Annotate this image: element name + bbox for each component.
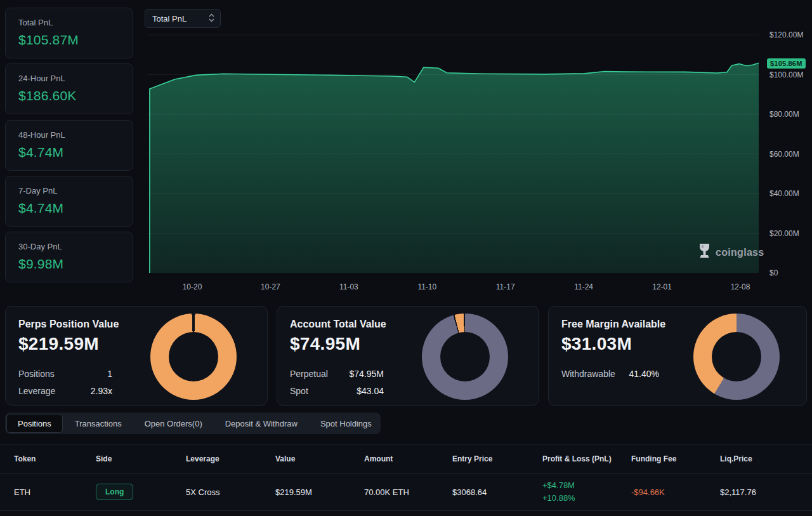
tab-positions[interactable]: Positions — [6, 414, 63, 433]
tab-spot-holdings[interactable]: Spot Holdings — [310, 414, 383, 433]
stat-label: 30-Day PnL — [18, 242, 120, 251]
col-header-funding-fee: Funding Fee — [631, 454, 720, 463]
stat-card-7d-pnl: 7-Day PnL $4.74M — [5, 176, 133, 227]
col-header-side: Side — [96, 454, 186, 463]
stat-card-48h-pnl: 48-Hour PnL $4.74M — [5, 120, 133, 171]
x-axis-tick: 10-27 — [261, 282, 280, 291]
current-value-badge: $105.86M — [767, 58, 806, 69]
table-header-row: Token Side Leverage Value Amount Entry P… — [0, 444, 812, 473]
tab-transactions[interactable]: Transactions — [64, 414, 133, 433]
card-title: Perps Position Value — [18, 319, 119, 330]
col-header-token: Token — [14, 454, 96, 463]
detail-value: $43.04 — [357, 386, 384, 396]
account-total-value-card: Account Total Value $74.95M Perpetual$74… — [277, 306, 539, 406]
detail-value: $74.95M — [350, 369, 384, 379]
pnl-area-chart — [147, 35, 759, 273]
tab-deposit-withdraw[interactable]: Deposit & Withdraw — [214, 414, 308, 433]
long-side-badge: Long — [96, 484, 133, 500]
stat-label: 48-Hour PnL — [18, 130, 120, 140]
detail-label: Positions — [18, 369, 55, 379]
cell-pnl: +$4.78M +10.88% — [542, 479, 631, 505]
col-header-value: Value — [275, 454, 364, 463]
free-margin-card: Free Margin Available $31.03M Withdrawab… — [548, 306, 807, 406]
stat-value: $9.98M — [18, 256, 120, 272]
card-detail-rows: Withdrawable41.40% — [561, 365, 659, 382]
x-axis-tick: 11-17 — [496, 282, 515, 291]
x-axis-tick: 12-01 — [652, 282, 672, 291]
positions-table: Token Side Leverage Value Amount Entry P… — [0, 444, 812, 511]
y-axis-tick: $20.00M — [769, 229, 799, 238]
detail-label: Leverage — [18, 386, 55, 396]
y-axis-tick: $80.00M — [769, 110, 799, 119]
pnl-amount: +$4.78M — [542, 479, 631, 492]
section-tabbar: Positions Transactions Open Orders(0) De… — [5, 413, 381, 434]
x-axis-tick: 11-10 — [417, 282, 436, 291]
coinglass-logo-icon — [698, 243, 711, 261]
pnl-area-plot[interactable] — [147, 35, 759, 273]
pnl-chart-panel: Total PnL $120.00M $100.00M $80.00M $60.… — [140, 0, 812, 298]
y-axis-tick: $120.00M — [769, 30, 803, 39]
stat-value: $105.87M — [18, 32, 120, 48]
detail-value: 2.93x — [91, 386, 112, 396]
y-axis-tick: $60.00M — [769, 150, 799, 159]
stat-card-30d-pnl: 30-Day PnL $9.98M — [5, 232, 133, 282]
card-detail-rows: Positions1 Leverage2.93x — [18, 365, 112, 399]
stat-card-24h-pnl: 24-Hour PnL $186.60K — [5, 63, 133, 114]
cell-liq-price: $2,117.76 — [720, 487, 812, 497]
metric-select-dropdown[interactable]: Total PnL — [145, 9, 221, 28]
perps-position-value-card: Perps Position Value $219.59M Positions1… — [5, 306, 268, 406]
free-margin-donut-chart — [693, 314, 780, 400]
detail-label: Perpetual — [290, 369, 328, 379]
cell-token: ETH — [14, 487, 96, 497]
stat-value: $4.74M — [18, 201, 120, 216]
card-value: $219.59M — [18, 334, 99, 354]
card-detail-rows: Perpetual$74.95M Spot$43.04 — [290, 365, 384, 399]
card-value: $74.95M — [290, 334, 360, 354]
detail-label: Spot — [290, 386, 308, 396]
y-axis-tick: $40.00M — [769, 189, 799, 198]
y-axis-tick: $100.00M — [769, 70, 803, 79]
x-axis-tick: 10-20 — [183, 282, 202, 291]
stat-value: $4.74M — [18, 145, 120, 160]
cell-funding-fee: -$94.66K — [631, 487, 720, 497]
card-title: Account Total Value — [290, 319, 386, 330]
y-axis-tick: $0 — [769, 268, 778, 277]
stat-label: Total PnL — [18, 18, 120, 27]
card-value: $31.03M — [561, 334, 632, 354]
chevron-updown-icon — [209, 13, 214, 24]
cell-value: $219.59M — [275, 487, 364, 497]
dashboard: Total PnL $105.87M 24-Hour PnL $186.60K … — [0, 0, 812, 516]
stat-label: 24-Hour PnL — [18, 74, 120, 83]
col-header-entry-price: Entry Price — [452, 454, 542, 463]
detail-label: Withdrawable — [561, 369, 615, 379]
col-header-amount: Amount — [364, 454, 452, 463]
x-axis-tick: 11-24 — [574, 282, 593, 291]
card-title: Free Margin Available — [561, 319, 665, 330]
account-total-donut-chart — [422, 314, 508, 400]
col-header-liq-price: Liq.Price — [720, 454, 812, 463]
detail-value: 41.40% — [629, 369, 659, 379]
tab-open-orders[interactable]: Open Orders(0) — [134, 414, 213, 433]
x-axis-tick: 12-08 — [731, 282, 750, 291]
stat-card-total-pnl: Total PnL $105.87M — [5, 8, 133, 58]
watermark-label: coinglass — [716, 247, 764, 258]
coinglass-watermark: coinglass — [698, 243, 764, 261]
table-row[interactable]: ETH Long 5X Cross $219.59M 70.00K ETH $3… — [0, 473, 812, 511]
pnl-percent: +10.88% — [542, 492, 631, 505]
cell-side: Long — [96, 484, 186, 500]
x-axis-tick: 11-03 — [339, 282, 358, 291]
cell-leverage: 5X Cross — [186, 487, 275, 497]
stat-label: 7-Day PnL — [18, 186, 120, 195]
detail-value: 1 — [107, 369, 112, 379]
cell-amount: 70.00K ETH — [364, 487, 452, 497]
stat-value: $186.60K — [18, 88, 120, 103]
cell-entry-price: $3068.64 — [452, 487, 542, 497]
perps-position-donut-chart — [150, 314, 237, 400]
metric-select-value: Total PnL — [152, 14, 187, 23]
col-header-leverage: Leverage — [186, 454, 275, 463]
col-header-pnl: Profit & Loss (PnL) — [542, 454, 631, 463]
